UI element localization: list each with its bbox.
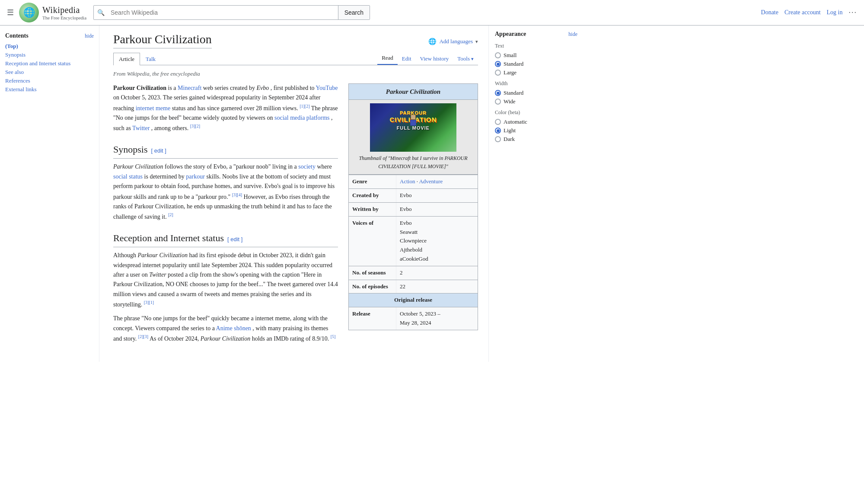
infobox-writtenby-row: Written by Evbo [349, 202, 478, 216]
article-title-bold: Parkour Civilization [113, 85, 166, 91]
toc-item-top: (Top) [5, 43, 94, 50]
reception-title-italic2: Parkour Civilization [201, 335, 251, 342]
infobox-image: PARKOUR CIVILIZATION FULL MOVIE Thumbnai… [349, 100, 478, 175]
text-large-label: Large [504, 69, 516, 76]
text-large-option[interactable]: Large [495, 69, 577, 76]
social-status-link[interactable]: social status [113, 173, 143, 180]
genre-action-link[interactable]: Action [400, 178, 415, 185]
reception-italic-title: Parkour Civilization [137, 252, 188, 258]
infobox-caption: Thumbnail of "Minecraft but I survive in… [352, 154, 474, 171]
width-standard-option[interactable]: Standard [495, 89, 577, 96]
tab-read[interactable]: Read [377, 52, 398, 65]
toc-hide-button[interactable]: hide [85, 33, 94, 39]
article-content: Parkour Civilization 🌐 Add languages ▾ A… [99, 26, 488, 362]
synopsis-edit-link[interactable]: [ edit ] [151, 147, 166, 156]
appearance-header: Appearance hide [495, 31, 577, 38]
width-section-label: Width [495, 80, 577, 87]
infobox-voices-label: Voices of [349, 217, 396, 266]
twitter-link-intro[interactable]: Twitter [132, 125, 150, 131]
tab-view-history[interactable]: View history [416, 53, 453, 65]
reception-heading: Reception and Internet status [ edit ] [113, 230, 338, 247]
color-light-option[interactable]: Light [495, 127, 577, 134]
appearance-hide-button[interactable]: hide [568, 31, 577, 38]
article-body: Parkour Civilization PARKOUR CIVILIZATIO… [113, 83, 478, 348]
color-section-label: Color (beta) [495, 109, 577, 116]
infobox-release-row: Release October 5, 2023 – May 28, 2024 [349, 307, 478, 330]
chevron-down-icon: ▾ [475, 39, 478, 45]
color-light-radio [495, 128, 501, 134]
width-wide-radio [495, 99, 501, 105]
youtube-link[interactable]: YouTube [316, 85, 338, 91]
toc-link-see-also[interactable]: See also [5, 69, 24, 75]
color-auto-option[interactable]: Automatic [495, 118, 577, 125]
toc-item-reception: Reception and Internet status [5, 60, 94, 67]
tab-right-group: Read Edit View history Tools ▾ [377, 52, 478, 65]
from-wikipedia-label: From Wikipedia, the free encyclopedia [113, 70, 478, 77]
infobox-genre-value: Action · Adventure [396, 175, 478, 188]
search-input[interactable] [108, 6, 338, 19]
infobox-createdby-row: Created by Evbo [349, 188, 478, 202]
width-wide-option[interactable]: Wide [495, 98, 577, 105]
parkour-link[interactable]: parkour [186, 173, 205, 180]
infobox-createdby-value: Evbo [396, 189, 478, 202]
width-standard-radio [495, 90, 501, 96]
reception-edit-link[interactable]: [ edit ] [227, 235, 242, 244]
infobox-voices-value: Evbo Seawatt Clownpiece Ajthebold aCooki… [396, 217, 478, 266]
more-options-icon[interactable]: ··· [849, 8, 858, 17]
tab-edit[interactable]: Edit [398, 53, 416, 65]
toc-link-synopsis[interactable]: Synopsis [5, 51, 26, 58]
color-dark-option[interactable]: Dark [495, 136, 577, 143]
ref-3-2: [3][2] [190, 124, 200, 128]
main-layout: Contents hide (Top) Synopsis Reception a… [0, 26, 864, 362]
infobox-release-header: Original release [349, 293, 478, 307]
ref-5: [5] [331, 334, 336, 339]
infobox-thumbnail: PARKOUR CIVILIZATION FULL MOVIE [370, 103, 456, 152]
social-media-link[interactable]: social media platforms [274, 115, 330, 121]
tab-tools[interactable]: Tools ▾ [453, 53, 478, 65]
color-light-label: Light [504, 127, 516, 134]
infobox-voices-row: Voices of Evbo Seawatt Clownpiece Ajtheb… [349, 216, 478, 266]
add-languages-link[interactable]: Add languages [439, 38, 473, 45]
site-header: ☰ 🌐 Wikipedia The Free Encyclopedia 🔍 Se… [0, 0, 864, 26]
genre-adventure-link[interactable]: Adventure [419, 178, 443, 185]
text-small-label: Small [504, 52, 516, 59]
society-link[interactable]: society [298, 163, 316, 170]
search-button[interactable]: Search [338, 6, 370, 19]
reception-heading-text: Reception and Internet status [113, 230, 224, 246]
infobox-genre-label: Genre [349, 175, 396, 188]
toc-item-see-also: See also [5, 69, 94, 76]
tab-article[interactable]: Article [113, 53, 140, 65]
text-standard-label: Standard [504, 61, 523, 67]
color-auto-radio [495, 119, 501, 125]
logo-subtitle: The Free Encyclopedia [42, 15, 86, 20]
internet-meme-link[interactable]: internet meme [136, 105, 170, 111]
text-large-radio [495, 70, 501, 76]
infobox-seasons-row: No. of seasons 2 [349, 266, 478, 280]
color-dark-label: Dark [504, 136, 515, 143]
log-in-link[interactable]: Log in [827, 9, 843, 16]
tab-talk[interactable]: Talk [140, 53, 161, 65]
site-logo[interactable]: 🌐 Wikipedia The Free Encyclopedia [19, 3, 88, 22]
toc-link-reception[interactable]: Reception and Internet status [5, 60, 70, 67]
infobox-episodes-label: No. of episodes [349, 280, 396, 293]
toc-link-references[interactable]: References [5, 77, 30, 84]
infobox-episodes-value: 22 [396, 280, 478, 293]
infobox-release-label: Release [349, 307, 396, 330]
donate-link[interactable]: Donate [761, 9, 778, 16]
logo-image: 🌐 [19, 3, 39, 22]
toc-item-synopsis: Synopsis [5, 51, 94, 58]
create-account-link[interactable]: Create account [784, 9, 821, 16]
header-nav: Donate Create account Log in ··· [761, 8, 857, 17]
minecraft-link[interactable]: Minecraft [178, 85, 201, 91]
text-section-label: Text [495, 43, 577, 49]
toc-title: Contents [5, 32, 29, 39]
synopsis-heading-text: Synopsis [113, 142, 147, 157]
toc-link-external[interactable]: External links [5, 86, 37, 93]
toc-link-top[interactable]: (Top) [5, 43, 18, 49]
synopsis-heading: Synopsis [ edit ] [113, 142, 338, 159]
anime-link[interactable]: Anime shōnen [216, 325, 251, 332]
text-small-option[interactable]: Small [495, 52, 577, 59]
hamburger-menu[interactable]: ☰ [7, 8, 14, 17]
synopsis-italic-title: Parkour Civilization [113, 163, 163, 170]
text-standard-option[interactable]: Standard [495, 61, 577, 67]
